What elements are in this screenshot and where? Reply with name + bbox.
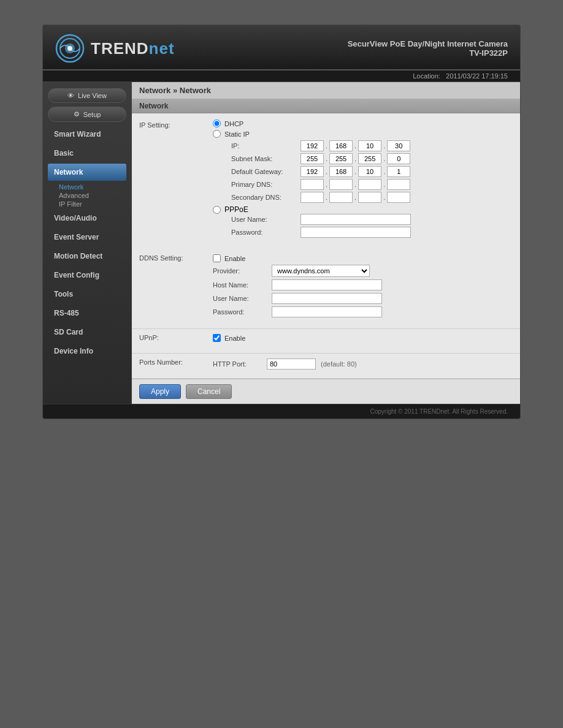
location-bar: Location: 2011/03/22 17:19:15 — [43, 70, 520, 82]
dhcp-row: DHCP — [213, 119, 513, 127]
sidebar-item-rs485[interactable]: RS-485 — [48, 305, 126, 322]
breadcrumb: Network » Network — [132, 82, 520, 99]
eye-icon: 👁 — [67, 92, 74, 99]
gateway-octet1[interactable] — [301, 166, 324, 177]
cancel-button[interactable]: Cancel — [186, 384, 232, 399]
sidebar-item-smart-wizard[interactable]: Smart Wizard — [48, 126, 126, 143]
dhcp-label: DHCP — [224, 120, 243, 127]
sidebar-item-event-server[interactable]: Event Server — [48, 229, 126, 246]
pppoe-radio[interactable] — [213, 206, 221, 214]
ddns-enable-checkbox[interactable] — [213, 254, 221, 262]
trendnet-logo-icon — [55, 34, 85, 63]
ddns-password-input[interactable] — [272, 306, 382, 317]
sidebar-item-event-config[interactable]: Event Config — [48, 267, 126, 284]
pppoe-username-input[interactable] — [301, 214, 411, 225]
http-port-label: HTTP Port: — [213, 360, 262, 368]
ddns-hostname-label: Host Name: — [213, 281, 268, 289]
sidebar-item-video-audio[interactable]: Video/Audio — [48, 210, 126, 227]
sidebar-item-motion-detect[interactable]: Motion Detect — [48, 248, 126, 265]
subnav-ipfilter[interactable]: IP Filter — [59, 200, 126, 208]
ddns-controls: Enable Provider: www.dyndns.com Host Nam… — [213, 254, 513, 320]
ddns-provider-select[interactable]: www.dyndns.com — [272, 265, 370, 277]
http-port-default: (default: 80) — [321, 360, 357, 368]
subnet-row: Subnet Mask: . . . — [231, 153, 513, 164]
http-port-row: HTTP Port: (default: 80) — [213, 358, 513, 370]
pdns-octet2[interactable] — [329, 179, 353, 190]
live-view-button[interactable]: 👁 Live View — [48, 88, 126, 103]
gateway-row: Default Gateway: . . . — [231, 166, 513, 177]
upnp-label: UPnP: — [139, 334, 213, 341]
secondary-dns-row: Secondary DNS: . . . — [231, 192, 513, 203]
sdns-octet2[interactable] — [329, 192, 353, 203]
ports-row: Ports Number: HTTP Port: (default: 80) — [139, 358, 513, 370]
subnet-octet2[interactable] — [329, 153, 353, 164]
sdns-octet3[interactable] — [358, 192, 381, 203]
footer: Copyright © 2011 TRENDnet. All Rights Re… — [43, 404, 520, 419]
pppoe-password-label: Password: — [231, 229, 299, 236]
pdns-octet4[interactable] — [387, 179, 410, 190]
upnp-row: UPnP: Enable — [139, 334, 513, 344]
primary-dns-label: Primary DNS: — [231, 181, 299, 188]
sidebar-item-sd-card[interactable]: SD Card — [48, 324, 126, 341]
ddns-row: DDNS Setting: Enable Provider: www.dyndn… — [139, 254, 513, 320]
ddns-username-row: User Name: — [213, 293, 513, 304]
ip-setting-controls: DHCP Static IP IP: — [213, 119, 513, 240]
sidebar-item-device-info[interactable]: Device Info — [48, 343, 126, 360]
subnav-advanced[interactable]: Advanced — [59, 191, 126, 200]
sidebar: 👁 Live View ⚙ Setup Smart Wizard Basic N… — [43, 82, 132, 404]
product-title: SecurView PoE Day/Night Internet Camera — [348, 39, 508, 48]
logo-area: TRENDnet — [55, 34, 175, 63]
pdns-octet1[interactable] — [301, 179, 324, 190]
subnet-octet4[interactable] — [387, 153, 410, 164]
ddns-hostname-input[interactable] — [272, 279, 382, 290]
logo-text: TRENDnet — [91, 39, 175, 58]
network-subnav: Network Advanced IP Filter — [48, 183, 126, 208]
ddns-username-label: User Name: — [213, 295, 268, 302]
ip-octet1[interactable] — [301, 140, 324, 151]
sdns-octet1[interactable] — [301, 192, 324, 203]
subnav-network[interactable]: Network — [59, 183, 126, 191]
gateway-label: Default Gateway: — [231, 168, 299, 175]
static-ip-label: Static IP — [224, 131, 250, 138]
pppoe-label: PPPoE — [224, 205, 248, 214]
ip-octet4[interactable] — [387, 140, 410, 151]
setup-button[interactable]: ⚙ Setup — [48, 107, 126, 122]
ip-octet3[interactable] — [358, 140, 381, 151]
ddns-enable-label: Enable — [224, 255, 245, 262]
sidebar-item-network[interactable]: Network — [48, 164, 126, 181]
static-ip-radio[interactable] — [213, 130, 221, 138]
subnet-octet1[interactable] — [301, 153, 324, 164]
upnp-enable-checkbox[interactable] — [213, 334, 221, 342]
ddns-section-label: DDNS Setting: — [139, 254, 213, 262]
ddns-username-input[interactable] — [272, 293, 382, 304]
subnet-label: Subnet Mask: — [231, 155, 299, 162]
button-row: Apply Cancel — [132, 379, 520, 404]
ddns-password-row: Password: — [213, 306, 513, 317]
location-label: Location: — [413, 72, 440, 80]
sidebar-item-basic[interactable]: Basic — [48, 145, 126, 162]
http-port-input[interactable] — [267, 358, 316, 370]
section-header: Network — [132, 99, 520, 113]
sdns-octet4[interactable] — [387, 192, 410, 203]
ip-octet2[interactable] — [329, 140, 353, 151]
ip-label: IP: — [231, 142, 299, 150]
pppoe-password-input[interactable] — [301, 227, 411, 238]
upnp-enable-row: Enable — [213, 334, 513, 342]
apply-button[interactable]: Apply — [139, 384, 181, 399]
gateway-octet4[interactable] — [387, 166, 410, 177]
main-layout: 👁 Live View ⚙ Setup Smart Wizard Basic N… — [43, 82, 520, 404]
ddns-enable-row: Enable — [213, 254, 513, 262]
upnp-section: UPnP: Enable — [132, 329, 520, 354]
secondary-dns-label: Secondary DNS: — [231, 194, 299, 201]
ddns-password-label: Password: — [213, 308, 268, 316]
dhcp-radio[interactable] — [213, 119, 221, 127]
gateway-octet2[interactable] — [329, 166, 353, 177]
ip-row: IP: . . . — [231, 140, 513, 151]
live-view-label: Live View — [78, 92, 107, 99]
static-ip-row: Static IP — [213, 130, 513, 138]
sidebar-item-tools[interactable]: Tools — [48, 286, 126, 303]
pdns-octet3[interactable] — [358, 179, 381, 190]
subnet-octet3[interactable] — [358, 153, 381, 164]
ddns-hostname-row: Host Name: — [213, 279, 513, 290]
gateway-octet3[interactable] — [358, 166, 381, 177]
